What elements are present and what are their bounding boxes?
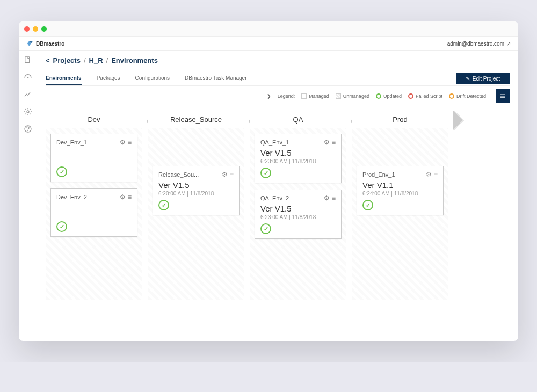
window-minimize-icon[interactable] [33, 26, 38, 32]
pipeline-stage: DevDev_Env_1⚙≡Dev_Env_2⚙≡ [46, 111, 142, 300]
tab-environments[interactable]: Environments [46, 72, 82, 85]
breadcrumb-environments: Environments [111, 56, 158, 64]
gear-icon[interactable]: ⚙ [426, 171, 432, 178]
version-label: Ver V1.1 [362, 180, 438, 190]
gear-icon[interactable]: ⚙ [222, 171, 228, 178]
timestamp-label: 6:23:00 AM | 11/8/2018 [260, 214, 336, 220]
breadcrumb-hr[interactable]: H_R [89, 56, 103, 64]
app-window: DBmaestro admin@dbmaestro.com ↗ [19, 21, 518, 341]
environment-name: QA_Env_2 [260, 195, 289, 201]
environment-name: QA_Env_1 [260, 139, 289, 146]
brand-icon [26, 40, 34, 47]
user-menu[interactable]: admin@dbmaestro.com ↗ [447, 41, 511, 47]
edit-project-label: Edit Project [473, 76, 500, 82]
nav-analytics-icon[interactable] [23, 90, 33, 99]
timestamp-label: 6:20:00 AM | 11/8/2018 [158, 191, 234, 197]
tab-packages[interactable]: Packages [97, 72, 120, 85]
svg-point-2 [27, 111, 29, 113]
pipeline: DevDev_Env_1⚙≡Dev_Env_2⚙≡Release_SourceR… [46, 111, 510, 300]
content-area: < Projects / H_R / Environments Environm… [37, 51, 518, 341]
timestamp-label: 6:23:00 AM | 11/8/2018 [260, 158, 336, 164]
version-label: Ver V1.5 [158, 180, 234, 190]
stage-connector-icon [244, 121, 249, 121]
stage-body: QA_Env_1⚙≡Ver V1.56:23:00 AM | 11/8/2018… [250, 128, 346, 300]
gear-icon[interactable]: ⚙ [324, 139, 330, 146]
breadcrumb-back[interactable]: < [46, 56, 50, 64]
stage-connector-icon [346, 121, 351, 121]
nav-dashboard-icon[interactable] [23, 72, 33, 82]
menu-icon[interactable]: ≡ [332, 194, 336, 202]
menu-icon[interactable]: ≡ [230, 171, 234, 178]
menu-icon[interactable]: ≡ [434, 171, 438, 178]
tabs: Environments Packages Configurations DBm… [46, 72, 247, 85]
pipeline-stage: QAQA_Env_1⚙≡Ver V1.56:23:00 AM | 11/8/20… [250, 111, 346, 300]
menu-icon[interactable]: ≡ [332, 139, 336, 146]
environment-name: Dev_Env_2 [56, 194, 87, 200]
legend-failed: Failed Script [408, 93, 442, 99]
breadcrumb-projects[interactable]: Projects [53, 56, 81, 64]
gear-icon[interactable]: ⚙ [324, 194, 330, 202]
environment-name: Dev_Env_1 [56, 139, 87, 146]
gear-icon[interactable]: ⚙ [120, 193, 126, 201]
breadcrumb: < Projects / H_R / Environments [46, 56, 510, 64]
user-email: admin@dbmaestro.com [447, 41, 504, 47]
stage-body: Dev_Env_1⚙≡Dev_Env_2⚙≡ [46, 128, 142, 300]
status-updated-icon [260, 223, 271, 234]
window-zoom-icon[interactable] [41, 26, 47, 32]
nav-help-icon[interactable] [23, 124, 33, 134]
stage-header[interactable]: Prod [352, 111, 448, 128]
window-close-icon[interactable] [24, 26, 30, 32]
environment-card[interactable]: QA_Env_2⚙≡Ver V1.56:23:00 AM | 11/8/2018 [255, 190, 342, 239]
app-header: DBmaestro admin@dbmaestro.com ↗ [19, 37, 518, 51]
legend-drift: Drift Detected [449, 93, 486, 99]
legend-managed: Managed [301, 93, 329, 99]
status-updated-icon [260, 168, 271, 178]
version-label: Ver V1.5 [260, 204, 336, 213]
svg-point-4 [27, 130, 28, 131]
breadcrumb-sep: / [106, 56, 108, 64]
environment-card[interactable]: QA_Env_1⚙≡Ver V1.56:23:00 AM | 11/8/2018 [255, 134, 342, 183]
pipeline-menu-button[interactable] [496, 89, 510, 103]
environment-card[interactable]: Prod_Env_1⚙≡Ver V1.16:24:00 AM | 11/8/20… [357, 166, 444, 215]
gear-icon[interactable]: ⚙ [120, 139, 126, 146]
nav-settings-icon[interactable] [23, 107, 33, 117]
stage-body: Release_Sou...⚙≡Ver V1.56:20:00 AM | 11/… [148, 128, 244, 300]
environment-name: Release_Sou... [158, 171, 199, 178]
pipeline-stage: Release_SourceRelease_Sou...⚙≡Ver V1.56:… [148, 111, 244, 300]
status-updated-icon [158, 200, 169, 210]
stage-header[interactable]: Release_Source [148, 111, 244, 128]
external-link-icon: ↗ [506, 41, 511, 47]
stage-connector-icon [142, 121, 147, 121]
legend-label: Legend: [278, 93, 295, 99]
brand-name: DBmaestro [36, 41, 64, 47]
stage-body: Prod_Env_1⚙≡Ver V1.16:24:00 AM | 11/8/20… [352, 128, 448, 300]
svg-rect-0 [25, 57, 29, 63]
environment-name: Prod_Env_1 [362, 171, 395, 178]
side-rail [19, 51, 37, 341]
legend: ❯ Legend: Managed Unmanaged Updated Fail… [46, 86, 510, 106]
environment-card[interactable]: Release_Sou...⚙≡Ver V1.56:20:00 AM | 11/… [153, 166, 240, 215]
nav-projects-icon[interactable] [23, 55, 33, 65]
breadcrumb-sep: / [84, 56, 86, 64]
legend-unmanaged: Unmanaged [336, 93, 369, 99]
timestamp-label: 6:24:00 AM | 11/8/2018 [362, 191, 438, 197]
edit-project-button[interactable]: ✎ Edit Project [456, 73, 510, 84]
brand-logo[interactable]: DBmaestro [26, 40, 64, 47]
stage-header[interactable]: QA [250, 111, 346, 128]
menu-icon[interactable]: ≡ [128, 139, 132, 146]
stage-header[interactable]: Dev [46, 111, 142, 128]
environment-card[interactable]: Dev_Env_2⚙≡ [50, 188, 137, 237]
legend-updated: Updated [376, 93, 402, 99]
legend-chevron-icon: ❯ [267, 93, 271, 99]
version-label: Ver V1.5 [260, 148, 336, 157]
svg-point-1 [27, 77, 28, 78]
window-titlebar [19, 21, 518, 37]
status-updated-icon [362, 200, 373, 210]
tab-task-manager[interactable]: DBmaestro Task Manager [185, 72, 246, 85]
pipeline-stage: ProdProd_Env_1⚙≡Ver V1.16:24:00 AM | 11/… [352, 111, 448, 300]
pipeline-arrow-icon [454, 111, 463, 130]
tab-configurations[interactable]: Configurations [135, 72, 170, 85]
pencil-icon: ✎ [466, 76, 470, 82]
environment-card[interactable]: Dev_Env_1⚙≡ [50, 134, 137, 182]
menu-icon[interactable]: ≡ [128, 193, 132, 201]
